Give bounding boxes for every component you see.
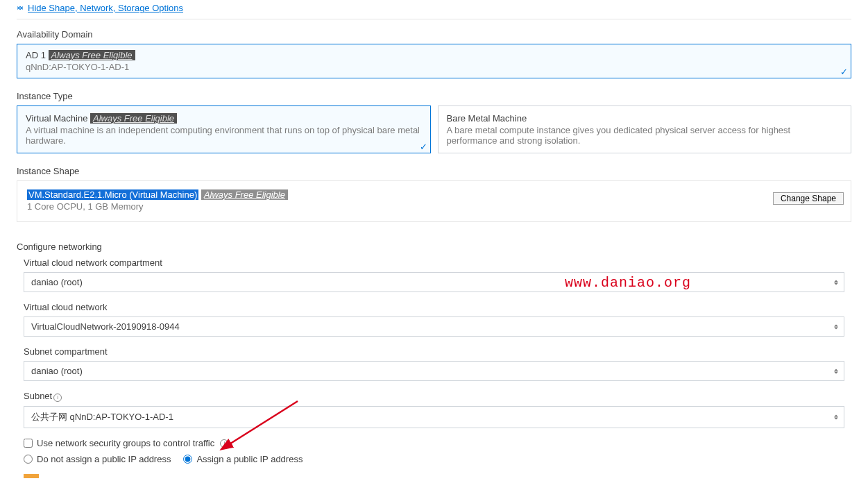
subnet-value: 公共子网 qNnD:AP-TOKYO-1-AD-1	[31, 412, 173, 422]
info-icon[interactable]: i	[53, 394, 62, 402]
bm-title: Bare Metal Machine	[447, 113, 527, 124]
vcn-compartment-select[interactable]: daniao (root)	[24, 272, 844, 292]
nsg-label: Use network security groups to control t…	[37, 438, 214, 448]
orange-indicator	[24, 474, 39, 478]
vm-title: Virtual Machine	[26, 113, 87, 124]
shape-free-badge: Always Free Eligible	[201, 189, 288, 200]
availability-domain-card[interactable]: AD 1 Always Free Eligible qNnD:AP-TOKYO-…	[17, 44, 851, 78]
check-icon: ✓	[420, 142, 427, 151]
instance-type-label: Instance Type	[17, 91, 851, 101]
vm-desc: A virtual machine is an independent comp…	[26, 125, 422, 146]
shape-spec: 1 Core OCPU, 1 GB Memory	[27, 201, 841, 212]
radio-assign-public-ip[interactable]: Assign a public IP address	[183, 454, 303, 464]
availability-domain-label: Availability Domain	[17, 29, 851, 40]
check-icon: ✓	[840, 67, 848, 76]
subnet-compartment-label: Subnet compartment	[24, 346, 844, 357]
instance-type-virtual-machine[interactable]: Virtual Machine Always Free Eligible A v…	[17, 105, 431, 153]
subnet-compartment-value: daniao (root)	[31, 366, 83, 376]
updown-icon	[834, 369, 838, 373]
radio-assign-public-ip-label: Assign a public IP address	[196, 454, 303, 464]
bm-desc: A bare metal compute instance gives you …	[447, 125, 843, 146]
vm-free-badge: Always Free Eligible	[90, 113, 177, 124]
ad-free-badge: Always Free Eligible	[49, 50, 135, 60]
ad-title: AD 1	[26, 50, 46, 60]
vcn-value: VirtualCloudNetwork-20190918-0944	[31, 321, 180, 332]
nsg-checkbox[interactable]	[24, 439, 33, 448]
configure-networking-label: Configure networking	[17, 242, 851, 252]
updown-icon	[834, 280, 838, 285]
subnet-compartment-select[interactable]: daniao (root)	[24, 361, 844, 381]
updown-icon	[834, 324, 838, 329]
vcn-compartment-label: Virtual cloud network compartment	[24, 257, 844, 268]
vcn-select[interactable]: VirtualCloudNetwork-20190918-0944	[24, 316, 844, 337]
instance-type-bare-metal[interactable]: Bare Metal Machine A bare metal compute …	[438, 105, 852, 153]
collapse-icon	[17, 5, 24, 12]
radio-no-public-ip-label: Do not assign a public IP address	[37, 454, 171, 464]
hide-options-link[interactable]: Hide Shape, Network, Storage Options	[28, 3, 183, 13]
vcn-compartment-value: daniao (root)	[31, 277, 83, 287]
change-shape-button[interactable]: Change Shape	[773, 192, 844, 205]
instance-shape-box: VM.Standard.E2.1.Micro (Virtual Machine)…	[17, 180, 851, 222]
radio-no-public-ip[interactable]: Do not assign a public IP address	[24, 454, 171, 464]
subnet-label: Subneti	[24, 391, 844, 402]
subnet-select[interactable]: 公共子网 qNnD:AP-TOKYO-1-AD-1	[24, 406, 844, 428]
ad-subtitle: qNnD:AP-TOKYO-1-AD-1	[26, 62, 842, 72]
updown-icon	[834, 415, 838, 420]
shape-name: VM.Standard.E2.1.Micro (Virtual Machine)	[27, 189, 198, 200]
info-icon[interactable]: i	[220, 439, 228, 448]
vcn-label: Virtual cloud network	[24, 302, 844, 312]
instance-shape-label: Instance Shape	[17, 166, 851, 176]
